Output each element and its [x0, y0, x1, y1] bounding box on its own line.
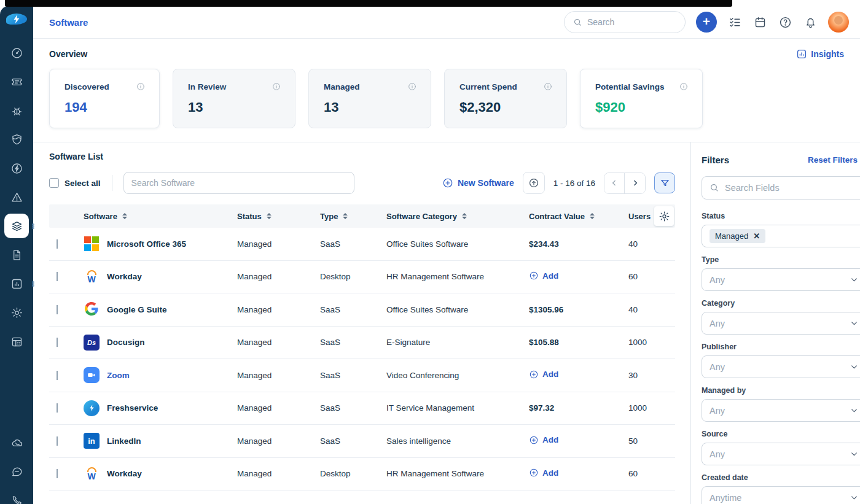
prev-page-button[interactable] — [604, 173, 625, 193]
filter-toggle-button[interactable] — [654, 173, 675, 193]
import-button[interactable] — [523, 172, 545, 194]
managed-by-filter-select[interactable]: Any — [702, 399, 860, 422]
filter-group-publisher: PublisherAny — [702, 343, 860, 378]
sidebar-item-chat[interactable] — [4, 459, 29, 484]
freshservice-logo[interactable] — [6, 14, 27, 25]
info-icon — [272, 82, 281, 91]
info-icon[interactable] — [407, 82, 417, 91]
sort-icon[interactable] — [267, 212, 272, 220]
sort-icon[interactable] — [462, 212, 467, 220]
type-cell: Desktop — [314, 469, 380, 478]
quick-add-button[interactable]: + — [696, 12, 717, 33]
table-row[interactable]: inLinkedInManagedSaaSSales intelligenceA… — [49, 425, 675, 458]
software-name-link[interactable]: WWorkday — [84, 466, 231, 482]
category-filter-select[interactable]: Any — [702, 312, 860, 335]
filter-search[interactable] — [702, 176, 860, 200]
overview-card-managed[interactable]: Managed13 — [308, 69, 431, 128]
software-name-link[interactable]: Microsoft Office 365 — [84, 236, 231, 252]
info-icon — [543, 82, 553, 91]
sidebar-item-gauge[interactable] — [4, 41, 29, 65]
help-icon[interactable] — [778, 15, 792, 29]
column-header-software[interactable]: Software — [77, 212, 231, 221]
filter-search-input[interactable] — [725, 183, 858, 193]
add-contract-link[interactable]: Add — [529, 468, 558, 478]
overview-card-in-review[interactable]: In Review13 — [173, 69, 295, 128]
table-row[interactable]: ZoomManagedSaaSVideo ConferencingAdd30 — [49, 359, 675, 392]
new-software-button[interactable]: New Software — [442, 177, 514, 188]
info-icon[interactable] — [679, 82, 689, 91]
info-icon[interactable] — [136, 82, 146, 91]
table-row[interactable]: DsDocusignManagedSaaSE-Signature$105.881… — [49, 327, 675, 360]
insights-link[interactable]: Insights — [796, 48, 844, 60]
source-filter-select[interactable]: Any — [702, 443, 860, 465]
software-name-link[interactable]: inLinkedIn — [84, 433, 231, 449]
table-row[interactable]: FreshserviceManagedSaaSIT Service Manage… — [49, 392, 675, 425]
user-avatar[interactable] — [828, 12, 849, 33]
table-row[interactable]: Google G SuiteManagedSaaSOffice Suites S… — [49, 293, 675, 327]
software-name-link[interactable]: Freshservice — [84, 400, 231, 416]
row-checkbox[interactable] — [57, 338, 58, 347]
software-name-link[interactable]: Google G Suite — [84, 301, 231, 317]
sidebar-item-layers[interactable]: ••• — [4, 214, 29, 238]
software-name-link[interactable]: DsDocusign — [84, 335, 231, 351]
sort-icon[interactable] — [343, 212, 348, 220]
table-row[interactable]: Microsoft Office 365ManagedSaaSOffice Su… — [49, 228, 675, 261]
sidebar-item-cloud-call[interactable] — [4, 430, 29, 455]
kebab-menu-icon[interactable]: ••• — [32, 223, 34, 229]
software-search-input[interactable] — [123, 172, 354, 194]
linkedin-logo: in — [84, 433, 100, 449]
sidebar-item-calendar-grid[interactable] — [4, 329, 29, 354]
sidebar-item-document[interactable] — [4, 242, 29, 267]
software-name-link[interactable]: WWorkday — [84, 269, 231, 285]
checklist-icon[interactable] — [727, 15, 742, 29]
filter-group-source: SourceAny — [702, 430, 860, 465]
bell-icon[interactable] — [803, 15, 818, 29]
info-icon[interactable] — [272, 82, 281, 91]
column-settings-button[interactable] — [654, 206, 674, 226]
info-icon[interactable] — [543, 82, 553, 91]
software-name-link[interactable]: Zoom — [84, 367, 231, 383]
kebab-menu-icon[interactable]: ••• — [32, 281, 34, 287]
add-contract-link[interactable]: Add — [529, 370, 558, 379]
sidebar-item-bar-chart[interactable]: ••• — [4, 271, 29, 296]
overview-card-discovered[interactable]: Discovered194 — [49, 69, 160, 128]
overview-card-current-spend[interactable]: Current Spend$2,320 — [444, 69, 567, 128]
created-date-filter-select[interactable]: Anytime — [702, 486, 860, 504]
sort-icon[interactable] — [122, 212, 128, 220]
next-page-button[interactable] — [625, 173, 645, 193]
global-search[interactable] — [564, 11, 686, 33]
reset-filters-link[interactable]: Reset Filters — [808, 155, 858, 165]
row-checkbox[interactable] — [57, 469, 58, 478]
column-header-status[interactable]: Status — [231, 212, 314, 221]
add-contract-link[interactable]: Add — [529, 271, 558, 281]
type-filter-select[interactable]: Any — [702, 268, 860, 291]
column-header-software-category[interactable]: Software Category — [380, 212, 523, 221]
add-contract-link[interactable]: Add — [529, 435, 558, 445]
row-checkbox[interactable] — [57, 371, 58, 380]
table-row[interactable]: WWorkdayManagedDesktopHR Management Soft… — [49, 261, 675, 294]
sidebar-item-alert-triangle[interactable] — [4, 185, 29, 209]
sidebar-item-shield[interactable] — [4, 127, 29, 152]
remove-chip-icon[interactable]: ✕ — [753, 232, 760, 240]
sidebar-item-phone[interactable] — [4, 488, 29, 504]
row-checkbox[interactable] — [57, 403, 58, 413]
status-filter-field[interactable]: Managed✕ — [702, 225, 860, 247]
publisher-filter-select[interactable]: Any — [702, 355, 860, 378]
table-row[interactable]: WWorkdayManagedDesktopHR Management Soft… — [49, 458, 675, 491]
sidebar-item-ticket[interactable] — [4, 69, 29, 94]
row-checkbox[interactable] — [57, 239, 58, 249]
select-all-checkbox[interactable] — [49, 178, 59, 188]
calendar-icon[interactable] — [752, 15, 767, 29]
sort-icon[interactable] — [590, 212, 595, 220]
row-checkbox[interactable] — [57, 305, 58, 314]
column-header-contract-value[interactable]: Contract Value — [523, 212, 622, 221]
sidebar-item-bolt-circle[interactable] — [4, 156, 29, 180]
sidebar-item-bug[interactable] — [4, 98, 29, 123]
global-search-input[interactable] — [587, 17, 667, 27]
row-checkbox[interactable] — [57, 436, 58, 446]
row-checkbox[interactable] — [57, 272, 58, 281]
sidebar-item-gear[interactable] — [4, 300, 29, 325]
select-all[interactable]: Select all — [49, 178, 101, 188]
column-header-type[interactable]: Type — [314, 212, 380, 221]
overview-card-potential-savings[interactable]: Potential Savings$920 — [580, 69, 703, 128]
